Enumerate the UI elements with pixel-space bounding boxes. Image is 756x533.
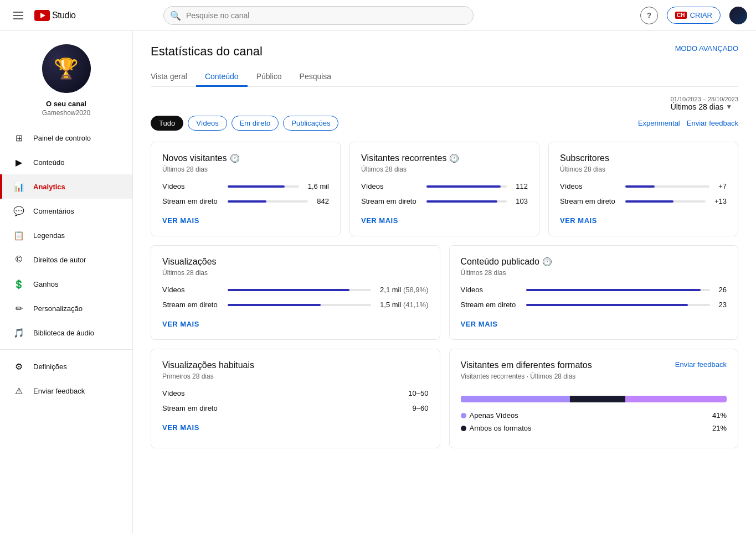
sidebar-item-definicoes[interactable]: ⚙ Definições <box>0 354 132 379</box>
sidebar-item-label: Analytics <box>33 183 65 191</box>
content-area: Estatísticas do canal MODO AVANÇADO Vist… <box>133 31 756 533</box>
studio-label: Studio <box>52 11 75 20</box>
sidebar-item-conteudo[interactable]: ▶ Conteúdo <box>0 150 132 174</box>
legend-row-ambos: Ambos os formatos 21% <box>461 424 727 432</box>
avatar[interactable] <box>729 7 747 24</box>
sidebar-item-personalizacao[interactable]: ✏ Personalização <box>0 296 132 320</box>
tab-pesquisa[interactable]: Pesquisa <box>291 68 341 87</box>
experimental-link[interactable]: Experimental <box>638 119 680 127</box>
legend-row-videos: Apenas Vídeos 41% <box>461 411 727 420</box>
legend-dot-videos <box>461 413 466 418</box>
card-visualizacoes-habituais: Visualizações habituais Primeiros 28 dia… <box>151 349 440 448</box>
channel-info: O seu canal Gameshow2020 <box>0 31 132 126</box>
card-row-videos: Vídeos 26 <box>461 286 727 294</box>
bar-fill <box>426 200 497 203</box>
search-input[interactable] <box>163 6 474 25</box>
info-icon[interactable]: 🕐 <box>543 257 552 266</box>
ver-mais-link[interactable]: VER MAIS <box>461 320 498 328</box>
card-title-text: Visualizações habituais <box>162 360 254 370</box>
sidebar-item-label: Biblioteca de áudio <box>33 329 94 337</box>
tab-vista-geral[interactable]: Vista geral <box>151 68 196 87</box>
ver-mais-link[interactable]: VER MAIS <box>162 423 199 432</box>
channel-avatar[interactable] <box>42 44 91 93</box>
sidebar: O seu canal Gameshow2020 ⊞ Painel de con… <box>0 31 133 533</box>
send-feedback-link[interactable]: Enviar feedback <box>687 119 738 127</box>
card-title: Visitantes recorrentes 🕐 <box>361 153 528 163</box>
sidebar-item-feedback[interactable]: ⚠ Enviar feedback <box>0 379 132 403</box>
card-subtitle: Primeiros 28 dias <box>162 372 429 380</box>
card-visitantes-formatos: Visitantes em diferentes formatos Visita… <box>449 349 739 448</box>
chip-em-direto[interactable]: Em direto <box>232 116 279 131</box>
earnings-icon: 💲 <box>13 278 24 289</box>
card-subtitle: Últimos 28 dias <box>361 165 528 173</box>
bar-container <box>625 200 706 203</box>
date-range-selector[interactable]: Últimos 28 dias ▼ <box>671 102 738 111</box>
ver-mais-link[interactable]: VER MAIS <box>162 216 199 225</box>
row-value: 10–50 <box>408 389 428 397</box>
row-label: Stream em direto <box>162 404 223 412</box>
sidebar-item-label: Ganhos <box>33 280 59 288</box>
card-title: Visualizações habituais <box>162 360 429 370</box>
card-subtitle: Últimos 28 dias <box>162 269 429 277</box>
info-icon[interactable]: 🕐 <box>230 154 239 163</box>
send-feedback-link-formatos[interactable]: Enviar feedback <box>675 360 727 369</box>
bar-value: 112 <box>516 182 528 190</box>
filter-chips: Tudo Vídeos Em direto Publicações <box>151 116 338 131</box>
bar-container <box>526 304 710 306</box>
chip-publicacoes[interactable]: Publicações <box>283 116 338 131</box>
sidebar-item-biblioteca[interactable]: 🎵 Biblioteca de áudio <box>0 320 132 345</box>
audio-library-icon: 🎵 <box>13 327 24 338</box>
analytics-icon: 📊 <box>13 181 24 192</box>
main-layout: O seu canal Gameshow2020 ⊞ Painel de con… <box>0 31 756 533</box>
bar-fill <box>625 185 655 188</box>
tab-publico[interactable]: Público <box>248 68 291 87</box>
sidebar-item-painel[interactable]: ⊞ Painel de controlo <box>0 126 132 150</box>
hamburger-menu[interactable] <box>9 7 28 24</box>
segment-other <box>625 396 727 402</box>
ver-mais-link[interactable]: VER MAIS <box>560 216 597 225</box>
bar-container <box>526 289 710 291</box>
sidebar-item-legendas[interactable]: 📋 Legendas <box>0 223 132 247</box>
sidebar-item-label: Enviar feedback <box>33 387 85 395</box>
card-visitantes-recorrentes: Visitantes recorrentes 🕐 Últimos 28 dias… <box>349 142 539 236</box>
sidebar-item-direitos[interactable]: © Direitos de autor <box>0 247 132 272</box>
card-novos-visitantes: Novos visitantes 🕐 Últimos 28 dias Vídeo… <box>151 142 341 236</box>
help-button[interactable]: ? <box>640 7 658 24</box>
date-range: 01/10/2023 – 28/10/2023 Últimos 28 dias … <box>671 96 738 111</box>
bar-value: +7 <box>718 182 727 190</box>
segment-ambos <box>570 396 626 402</box>
chip-videos[interactable]: Vídeos <box>188 116 227 131</box>
chip-tudo[interactable]: Tudo <box>151 116 183 131</box>
card-row-videos: Vídeos 10–50 <box>162 389 429 397</box>
tab-conteudo[interactable]: Conteúdo <box>196 68 248 87</box>
sidebar-item-ganhos[interactable]: 💲 Ganhos <box>0 272 132 296</box>
search-bar: 🔍 <box>163 6 474 25</box>
sidebar-item-comentarios[interactable]: 💬 Comentários <box>0 199 132 223</box>
page-title: Estatísticas do canal <box>151 44 263 59</box>
advanced-mode-link[interactable]: MODO AVANÇADO <box>675 44 738 53</box>
card-title: Novos visitantes 🕐 <box>162 153 329 163</box>
card-row-videos: Vídeos 1,6 mil <box>162 182 329 190</box>
ver-mais-link[interactable]: VER MAIS <box>361 216 398 225</box>
sidebar-item-analytics[interactable]: 📊 Analytics <box>0 174 132 199</box>
channel-avatar-image <box>42 44 91 93</box>
row-label: Vídeos <box>461 286 522 294</box>
ver-mais-link[interactable]: VER MAIS <box>162 320 199 328</box>
bar-fill <box>228 289 349 291</box>
cards-row-3: Visualizações habituais Primeiros 28 dia… <box>151 349 738 448</box>
info-icon[interactable]: 🕐 <box>450 154 459 163</box>
bar-fill <box>426 185 501 188</box>
row-label: Stream em direto <box>162 301 223 309</box>
date-filter-row: 01/10/2023 – 28/10/2023 Últimos 28 dias … <box>151 96 738 111</box>
sidebar-item-label: Conteúdo <box>33 158 64 167</box>
sidebar-divider <box>0 349 132 350</box>
card-subtitle: Últimos 28 dias <box>162 165 329 173</box>
row-label: Vídeos <box>361 182 422 190</box>
bar-fill <box>526 304 688 306</box>
card-row-stream: Stream em direto 842 <box>162 197 329 205</box>
bar-value: 26 <box>719 286 727 294</box>
sidebar-item-label: Painel de controlo <box>33 134 91 142</box>
create-button[interactable]: CH CRIAR <box>667 7 721 24</box>
bar-value: 23 <box>719 301 727 309</box>
customize-icon: ✏ <box>13 303 24 314</box>
